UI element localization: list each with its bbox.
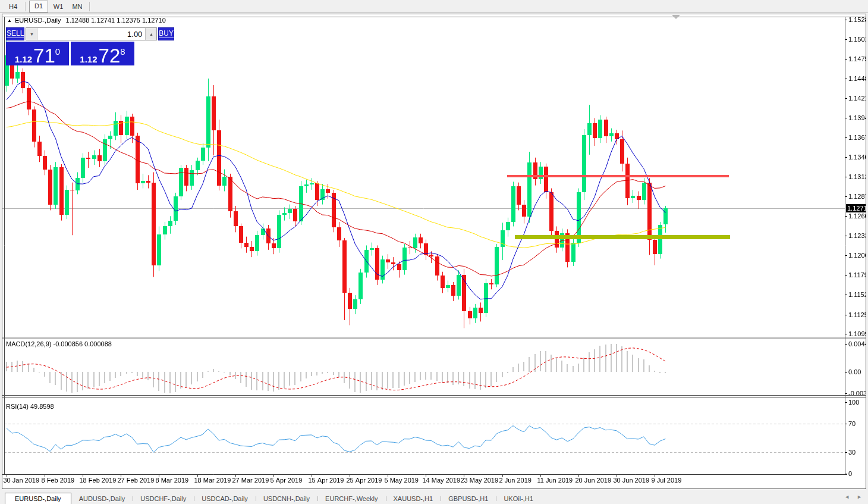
- rsi-indicator-label: RSI(14) 49.8598: [6, 403, 54, 410]
- tab-eurusd-daily[interactable]: EURUSD-,Daily: [5, 493, 71, 504]
- chart-title: ▲EURUSD-,Daily1.12488 1.12741 1.12375 1.…: [7, 17, 166, 24]
- sell-price-sup: 0: [55, 47, 60, 56]
- chart-tab-bar: EURUSD-,Daily AUDUSD-,Daily USDCHF-,Dail…: [0, 489, 868, 504]
- buy-price-prefix: 1.12: [80, 55, 97, 64]
- volume-increase-button[interactable]: ▲: [145, 28, 156, 40]
- timeframe-button-mn[interactable]: MN: [68, 1, 86, 12]
- buy-price-box[interactable]: 1.12 72 8: [71, 42, 134, 65]
- macd-indicator-label: MACD(12,26,9) -0.000856 0.000088: [6, 340, 112, 348]
- price-chart-canvas[interactable]: [2, 14, 866, 489]
- tab-scroll-right-icon[interactable]: ►: [857, 494, 862, 500]
- spin-down-icon: ▼: [30, 32, 34, 36]
- tab-eurchf-weekly[interactable]: EURCHF-,Weekly: [317, 493, 385, 504]
- timeframe-button-h4[interactable]: H4: [4, 1, 22, 12]
- tab-gbpusd-h1[interactable]: GBPUSD-,H1: [441, 493, 496, 504]
- app: H4 D1 W1 MN ▲EURUSD-,Daily1.12488 1.1274…: [0, 0, 868, 504]
- tab-usdchf-daily[interactable]: USDCHF-,Daily: [133, 493, 194, 504]
- one-click-trading-panel: SELL ▼ ▲ BUY 1.12 71 0 1.12 72 8: [6, 27, 136, 65]
- tab-scroll-arrows: ◄ ►: [844, 494, 862, 500]
- sell-button[interactable]: SELL: [6, 27, 24, 40]
- buy-price-big: 72: [99, 48, 121, 64]
- tab-usdcnh-daily[interactable]: USDCNH-,Daily: [256, 493, 317, 504]
- sell-price-box[interactable]: 1.12 71 0: [6, 42, 69, 65]
- buy-button[interactable]: BUY: [158, 27, 174, 40]
- toolbar-separator: [89, 2, 90, 11]
- tab-xauusd-h1[interactable]: XAUUSD-,H1: [386, 493, 441, 504]
- ohlc-values: 1.12488 1.12741 1.12375 1.12710: [66, 17, 166, 24]
- panel-collapse-icon[interactable]: ▲: [7, 18, 12, 23]
- buy-price-sup: 8: [120, 47, 125, 56]
- sell-price-big: 71: [33, 48, 55, 64]
- tab-audusd-daily[interactable]: AUDUSD-,Daily: [71, 493, 133, 504]
- chart-window: [2, 14, 866, 489]
- timeframe-button-d1[interactable]: D1: [29, 1, 48, 12]
- volume-stepper: ▼ ▲: [26, 27, 157, 40]
- sell-button-label: SELL: [7, 30, 24, 38]
- volume-input[interactable]: [37, 28, 145, 40]
- timeframe-toolbar: H4 D1 W1 MN: [0, 0, 868, 13]
- tab-ukoil-h1[interactable]: UKOil-,H1: [496, 493, 541, 504]
- symbol-period-label: EURUSD-,Daily: [15, 17, 61, 24]
- sell-price-prefix: 1.12: [15, 55, 32, 64]
- toolbar-separator: [25, 2, 26, 11]
- timeframe-button-w1[interactable]: W1: [49, 1, 67, 12]
- tab-scroll-left-icon[interactable]: ◄: [844, 494, 850, 500]
- tab-usdcad-daily[interactable]: USDCAD-,Daily: [194, 493, 256, 504]
- volume-decrease-button[interactable]: ▼: [26, 28, 37, 40]
- spin-up-icon: ▲: [149, 32, 153, 36]
- buy-button-label: BUY: [159, 30, 174, 38]
